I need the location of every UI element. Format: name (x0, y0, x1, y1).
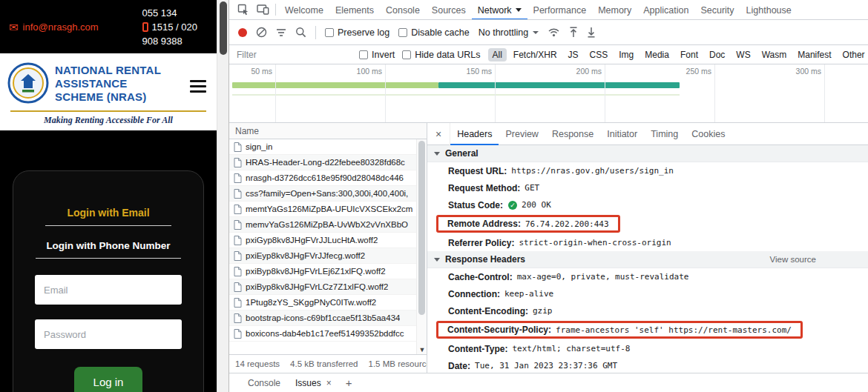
throttling-dropdown[interactable]: No throttling (479, 27, 539, 38)
device-toolbar-icon[interactable] (253, 1, 272, 18)
detail-tab-response[interactable]: Response (545, 123, 600, 145)
clear-icon[interactable] (256, 27, 267, 38)
table-row[interactable]: css?family=Open+Sans:300,300i,400,400i, (229, 186, 416, 202)
preserve-log-checkbox[interactable]: Preserve log (325, 27, 389, 38)
tab-performance[interactable]: Performance (527, 0, 593, 20)
checkbox-box[interactable] (398, 28, 407, 37)
scrollbar-thumb[interactable] (418, 141, 425, 315)
drawer-tab-console[interactable]: Console (241, 373, 287, 392)
disable-cache-checkbox[interactable]: Disable cache (398, 27, 470, 38)
login-with-phone-tab[interactable]: Login with Phone Number (36, 240, 181, 259)
add-drawer-tab-icon[interactable]: + (340, 376, 358, 389)
document-icon (234, 236, 242, 245)
network-overview[interactable]: 50 ms100 ms150 ms200 ms250 ms300 ms (229, 64, 868, 123)
timeline-tick-label: 200 ms (562, 67, 602, 76)
detail-tab-cookies[interactable]: Cookies (685, 123, 731, 145)
section-header-response-headers[interactable]: Response HeadersView source (427, 251, 868, 268)
filter-type-img[interactable]: Img (614, 48, 638, 62)
filter-type-all[interactable]: All (488, 48, 507, 62)
tab-application[interactable]: Application (637, 0, 694, 20)
tab-network[interactable]: Network (472, 0, 527, 20)
table-row[interactable]: memvYaGs126MiZpBA-UvWbX2vVnXBbO (229, 217, 416, 233)
filter-type-js[interactable]: JS (564, 48, 583, 62)
table-row[interactable]: sign_in (229, 139, 416, 155)
request-list-scrollbar[interactable]: ▼ (416, 139, 427, 354)
checkbox-box[interactable] (359, 50, 368, 59)
request-name: css?family=Open+Sans:300,300i,400,400i, (246, 189, 408, 198)
tab-welcome[interactable]: Welcome (279, 0, 329, 20)
section-header-general[interactable]: General (427, 145, 868, 162)
header-row: Date:Tue, 31 Jan 2023 23:37:36 GMT (427, 357, 868, 373)
tab-memory[interactable]: Memory (592, 0, 637, 20)
devtools-panel: WelcomeElementsConsoleSourcesNetworkPerf… (228, 0, 868, 392)
tab-elements[interactable]: Elements (329, 0, 380, 20)
filter-input[interactable] (237, 50, 352, 60)
table-row[interactable]: 1Ptug8zYS_SKggPNyC0ITw.woff2 (229, 295, 416, 310)
inspect-icon[interactable] (234, 1, 253, 18)
scrollbar-thumb[interactable] (220, 1, 227, 55)
document-icon (234, 329, 242, 339)
record-icon[interactable] (238, 28, 247, 37)
tab-security[interactable]: Security (694, 0, 740, 20)
request-name: pxiByp8kv8JHgFVrLCz7Z1xlFQ.woff2 (246, 282, 388, 291)
filter-type-wasm[interactable]: Wasm (757, 48, 792, 62)
table-row[interactable]: pxiByp8kv8JHgFVrLCz7Z1xlFQ.woff2 (229, 279, 416, 295)
page-scrollbar[interactable] (217, 0, 228, 392)
table-row[interactable]: pxiGyp8kv8JHgFVrJJLucHtA.woff2 (229, 233, 416, 248)
filter-type-fetch-xhr[interactable]: Fetch/XHR (509, 48, 562, 62)
log-in-button[interactable]: Log in (74, 367, 143, 392)
name-column-header[interactable]: Name (229, 123, 427, 139)
filter-type-font[interactable]: Font (676, 48, 703, 62)
tab-lighthouse[interactable]: Lighthouse (740, 0, 798, 20)
invert-checkbox[interactable]: Invert (359, 50, 395, 60)
table-row[interactable]: pxiEyp8kv8JHgFVrJJfecg.woff2 (229, 248, 416, 264)
header-row-content: Content-Type:text/html; charset=utf-8 (448, 344, 630, 354)
email-field[interactable] (35, 275, 182, 305)
detail-tab-headers[interactable]: Headers (450, 123, 499, 145)
request-name: nrasgh-d3726dcc618e95f90d28048dc446 (246, 173, 404, 182)
nras-website: ✉ info@nrasgh.com 055 134 1515 / 020 908… (0, 0, 217, 392)
import-har-icon[interactable] (569, 27, 578, 38)
table-row[interactable]: pxiByp8kv8JHgFVrLEj6Z1xlFQ.woff2 (229, 264, 416, 279)
scroll-down-arrow-icon[interactable]: ▼ (417, 346, 427, 353)
tab-sources[interactable]: Sources (426, 0, 472, 20)
request-table: Name sign_inHRAS-Header-Long-d22febee803… (229, 123, 427, 373)
detail-tab-initiator[interactable]: Initiator (600, 123, 644, 145)
filter-type-ws[interactable]: WS (731, 48, 754, 62)
network-main: Name sign_inHRAS-Header-Long-d22febee803… (229, 123, 868, 373)
table-row[interactable]: memtYaGs126MiZpBA-UFUIcVXSCEkx2cm (229, 202, 416, 217)
filter-type-manifest[interactable]: Manifest (793, 48, 835, 62)
network-conditions-icon[interactable] (548, 27, 560, 37)
login-with-email-tab[interactable]: Login with Email (45, 207, 171, 226)
highlight-annotation: Remote Address:76.74.202.200:443 (436, 215, 620, 233)
header-value: GET (525, 183, 539, 193)
section-title: Response Headers (445, 254, 525, 265)
phone-numbers: 055 134 1515 / 020 908 9388 (142, 6, 208, 48)
table-row[interactable]: bootstrap-icons-c69bf1ccae5f13b5aa434 (229, 310, 416, 326)
table-row[interactable]: boxicons-dab4eb1c17eef51499352bddfcc (229, 326, 416, 342)
email-link[interactable]: ✉ info@nrasgh.com (9, 21, 99, 33)
filter-type-media[interactable]: Media (640, 48, 674, 62)
table-row[interactable]: HRAS-Header-Long-d22febee80328fd68c (229, 155, 416, 170)
export-har-icon[interactable] (587, 27, 596, 38)
tab-console[interactable]: Console (380, 0, 426, 20)
detail-tab-timing[interactable]: Timing (644, 123, 685, 145)
checkbox-box[interactable] (402, 50, 411, 59)
drawer-tab-issues[interactable]: Issues × (289, 373, 338, 392)
filter-type-other[interactable]: Other (838, 48, 868, 62)
checkbox-box[interactable] (325, 28, 334, 37)
search-icon[interactable] (295, 27, 306, 38)
detail-tab-preview[interactable]: Preview (499, 123, 545, 145)
requests-count: 14 requests (235, 359, 280, 368)
password-field[interactable] (35, 319, 182, 349)
filter-icon[interactable] (276, 28, 286, 37)
view-source-link[interactable]: View source (770, 255, 816, 264)
filter-type-css[interactable]: CSS (585, 48, 613, 62)
close-icon[interactable]: × (326, 373, 332, 392)
close-icon[interactable]: × (427, 123, 450, 145)
hide-data-urls-checkbox[interactable]: Hide data URLs (402, 50, 480, 60)
table-row[interactable]: nrasgh-d3726dcc618e95f90d28048dc446 (229, 170, 416, 186)
menu-icon[interactable] (190, 80, 206, 93)
network-summary-bar: 14 requests 4.5 kB transferred 1.5 MB re… (229, 354, 427, 373)
filter-type-doc[interactable]: Doc (705, 48, 729, 62)
